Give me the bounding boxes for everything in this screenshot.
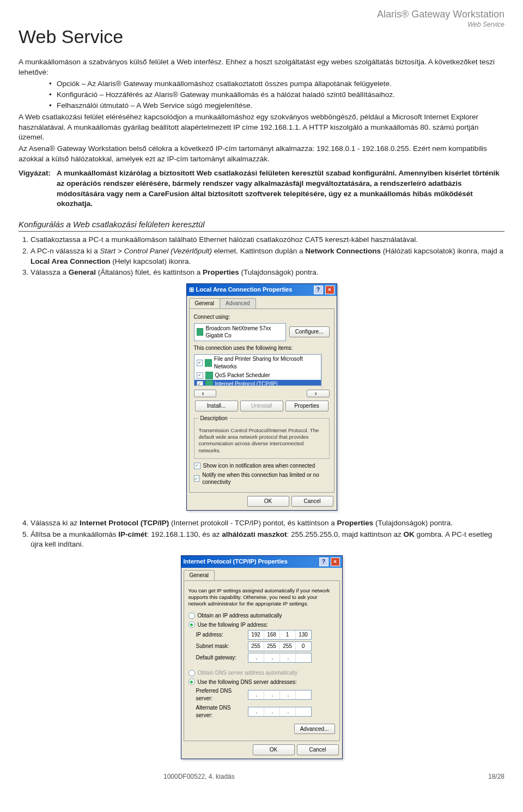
ip-octet[interactable]: 168	[264, 631, 280, 639]
cancel-button[interactable]: Cancel	[291, 496, 333, 507]
ip-octet[interactable]: .	[280, 653, 296, 662]
ip-octet[interactable]: .	[248, 707, 264, 716]
help-icon[interactable]: ?	[319, 558, 329, 566]
dialog-tcpip-properties: Internet Protocol (TCP/IP) Properties ? …	[181, 555, 343, 759]
subheading: Konfigurálás a Web csatlakozási felülete…	[19, 219, 504, 232]
cancel-button[interactable]: Cancel	[297, 744, 339, 755]
scroll-right-icon[interactable]: ›	[307, 390, 330, 397]
scrollbar[interactable]	[321, 352, 330, 388]
radio-obtain-dns: Obtain DNS server address automatically	[188, 669, 335, 677]
radio-label: Use the following DNS server addresses:	[198, 678, 297, 686]
dialog-titlebar: ⊞ Local Area Connection Properties ? ×	[187, 284, 337, 296]
alt-dns-label: Alternate DNS server:	[196, 704, 248, 719]
configure-button[interactable]: Configure...	[289, 326, 330, 337]
ip-octet[interactable]: 255	[248, 642, 264, 651]
ip-octet[interactable]: 192	[248, 631, 264, 639]
item-icon	[205, 380, 213, 386]
step-item: Válassza ki az Internet Protocol (TCP/IP…	[31, 518, 504, 529]
list-item[interactable]: ✓QoS Packet Scheduler	[194, 371, 321, 380]
ip-octet[interactable]: 255	[280, 642, 296, 651]
default-gateway-field[interactable]: . . .	[248, 653, 312, 663]
intro-2: A Web csatlakozási felület eléréséhez ka…	[19, 112, 504, 143]
dialog-title: Internet Protocol (TCP/IP) Properties	[184, 558, 317, 566]
list-item[interactable]: ✓Internet Protocol (TCP/IP)	[194, 380, 321, 386]
dialog-tabstrip: General Advanced	[187, 296, 337, 308]
ip-octet[interactable]: .	[264, 707, 280, 716]
ip-octet[interactable]: .	[280, 707, 296, 716]
radio-use-dns[interactable]: Use the following DNS server addresses:	[188, 678, 335, 686]
intro-3: Az Asena® Gateway Workstation belső célo…	[19, 144, 504, 164]
ip-octet[interactable]: .	[248, 653, 264, 662]
ip-octet[interactable]: 255	[264, 642, 280, 651]
uninstall-button: Uninstall	[240, 401, 283, 411]
ip-octet[interactable]: .	[264, 653, 280, 662]
notify-checkbox[interactable]: ✓Notify me when this connection has limi…	[194, 471, 330, 487]
ip-octet[interactable]: 1	[280, 631, 296, 639]
close-icon[interactable]: ×	[331, 558, 340, 566]
ip-octet[interactable]	[296, 653, 311, 662]
install-button[interactable]: Install...	[195, 401, 238, 411]
tab-general[interactable]: General	[184, 570, 215, 580]
footer-page: 18/28	[488, 773, 504, 780]
radio-icon	[188, 621, 195, 628]
step-item: Állítsa be a munkaállomás IP-címét: 192.…	[31, 530, 504, 550]
checkbox-icon[interactable]: ✓	[197, 372, 203, 379]
radio-icon	[188, 678, 195, 685]
radio-label: Obtain an IP address automatically	[198, 612, 282, 620]
ip-octet[interactable]: 130	[296, 631, 311, 639]
checkbox-icon[interactable]: ✓	[197, 360, 203, 366]
gateway-label: Default gateway:	[196, 654, 248, 662]
feature-item: Felhasználói útmutató – A Web Service sú…	[49, 101, 504, 111]
figure-lan-properties: ⊞ Local Area Connection Properties ? × G…	[19, 283, 504, 511]
ip-octet[interactable]: .	[248, 690, 264, 699]
tab-advanced[interactable]: Advanced	[220, 298, 256, 308]
checkbox-icon[interactable]: ✓	[197, 381, 203, 386]
notify-label: Notify me when this connection has limit…	[202, 471, 329, 487]
header-right: Alaris® Gateway Workstation Web Service	[377, 9, 504, 28]
scroll-left-icon[interactable]: ‹	[194, 390, 217, 397]
ok-button[interactable]: OK	[253, 744, 295, 755]
advanced-button[interactable]: Advanced...	[294, 724, 335, 735]
alternate-dns-field[interactable]: . . .	[248, 707, 312, 717]
item-icon	[205, 372, 213, 379]
help-icon[interactable]: ?	[314, 286, 323, 294]
radio-use-ip[interactable]: Use the following IP address:	[188, 621, 335, 629]
radio-icon	[188, 670, 195, 676]
nic-name: Broadcom NetXtreme 57xx Gigabit Co	[206, 325, 283, 340]
ip-octet[interactable]: .	[264, 690, 280, 699]
item-label: File and Printer Sharing for Microsoft N…	[214, 355, 319, 371]
radio-icon	[188, 613, 195, 619]
preferred-dns-field[interactable]: . . .	[248, 690, 312, 700]
subnet-mask-field[interactable]: 2552552550	[248, 641, 312, 651]
page-title: Web Service	[19, 26, 504, 47]
checkbox-icon: ✓	[194, 475, 200, 482]
step-item: A PC-n válassza ki a Start > Control Pan…	[31, 246, 504, 266]
steps-list-b: Válassza ki az Internet Protocol (TCP/IP…	[19, 518, 504, 550]
ip-label: IP address:	[196, 631, 248, 639]
dialog-body: You can get IP settings assigned automat…	[184, 580, 340, 742]
list-item[interactable]: ✓File and Printer Sharing for Microsoft …	[194, 355, 321, 371]
ip-octet[interactable]: 0	[296, 642, 311, 651]
ip-octet[interactable]: .	[280, 690, 296, 699]
items-listbox[interactable]: ✓File and Printer Sharing for Microsoft …	[194, 354, 321, 386]
show-icon-label: Show icon in notification area when conn…	[203, 462, 315, 470]
dialog-title: Local Area Connection Properties	[196, 286, 312, 294]
close-icon[interactable]: ×	[325, 286, 335, 294]
section-name: Web Service	[377, 21, 504, 28]
ip-octet[interactable]	[296, 707, 311, 716]
ip-octet[interactable]	[296, 690, 311, 699]
dialog-title-icon: ⊞	[189, 286, 194, 294]
dialog-lan-properties: ⊞ Local Area Connection Properties ? × G…	[186, 283, 337, 511]
description-legend: Description	[199, 415, 229, 422]
show-icon-checkbox[interactable]: ✓Show icon in notification area when con…	[194, 462, 330, 470]
tab-general[interactable]: General	[189, 298, 221, 308]
radio-obtain-ip[interactable]: Obtain an IP address automatically	[188, 612, 335, 620]
steps-list-a: Csatlakoztassa a PC-t a munkaállomáson t…	[19, 235, 504, 278]
footer-left: 1000DF00522, 4. kiadás	[163, 773, 235, 780]
pref-dns-label: Preferred DNS server:	[196, 687, 248, 702]
ip-address-field[interactable]: 1921681130	[248, 630, 312, 640]
item-label: Internet Protocol (TCP/IP)	[215, 380, 278, 386]
connect-using-label: Connect using:	[194, 313, 330, 321]
ok-button[interactable]: OK	[247, 496, 289, 507]
properties-button[interactable]: Properties	[285, 401, 329, 411]
